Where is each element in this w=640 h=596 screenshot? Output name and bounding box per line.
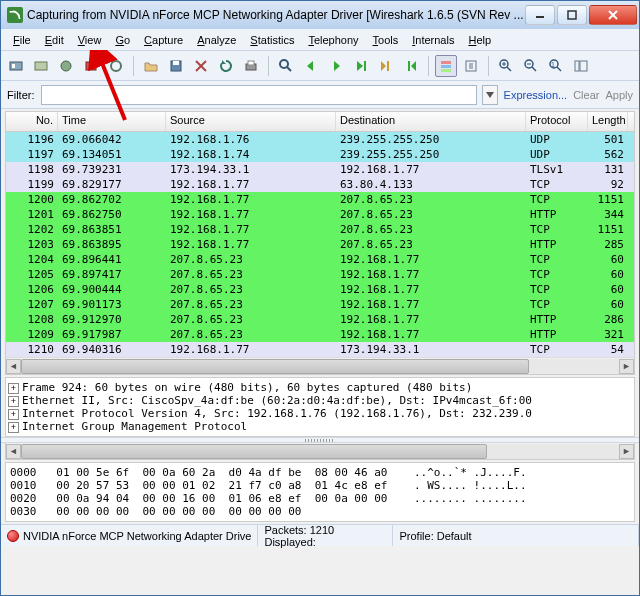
svg-line-28 <box>532 67 536 71</box>
print-icon[interactable] <box>240 55 262 77</box>
table-row[interactable]: 120269.863851192.168.1.77207.8.65.23TCP1… <box>6 222 634 237</box>
go-back-icon[interactable] <box>300 55 322 77</box>
svg-line-24 <box>507 67 511 71</box>
status-profile: Profile: Default <box>399 530 471 542</box>
svg-rect-21 <box>441 69 451 72</box>
menu-internals[interactable]: Internals <box>406 32 460 48</box>
details-hscroll[interactable]: ◄ ► <box>5 443 635 460</box>
stop-capture-icon[interactable] <box>80 55 102 77</box>
go-forward-icon[interactable] <box>325 55 347 77</box>
menu-view[interactable]: View <box>72 32 108 48</box>
menu-analyze[interactable]: Analyze <box>191 32 242 48</box>
table-row[interactable]: 120369.863895192.168.1.77207.8.65.23HTTP… <box>6 237 634 252</box>
app-icon <box>7 7 23 23</box>
menu-statistics[interactable]: Statistics <box>244 32 300 48</box>
col-destination[interactable]: Destination <box>336 112 526 131</box>
expand-icon[interactable]: + <box>8 422 19 433</box>
table-row[interactable]: 120969.917987207.8.65.23192.168.1.77HTTP… <box>6 327 634 342</box>
restart-capture-icon[interactable] <box>105 55 127 77</box>
open-file-icon[interactable] <box>140 55 162 77</box>
menu-go[interactable]: Go <box>109 32 136 48</box>
zoom-reset-icon[interactable]: 1 <box>545 55 567 77</box>
svg-rect-5 <box>12 64 15 68</box>
table-row[interactable]: 120869.912970207.8.65.23192.168.1.77HTTP… <box>6 312 634 327</box>
capture-indicator-icon[interactable] <box>7 530 19 542</box>
packet-list-header[interactable]: No. Time Source Destination Protocol Len… <box>6 112 634 132</box>
expand-icon[interactable]: + <box>8 409 19 420</box>
reload-icon[interactable] <box>215 55 237 77</box>
col-length[interactable]: Length <box>588 112 628 131</box>
options-icon[interactable] <box>30 55 52 77</box>
close-button[interactable] <box>589 5 637 25</box>
col-no[interactable]: No. <box>6 112 58 131</box>
svg-rect-6 <box>35 62 47 70</box>
menu-telephony[interactable]: Telephony <box>302 32 364 48</box>
start-capture-icon[interactable] <box>55 55 77 77</box>
detail-line[interactable]: +Internet Group Management Protocol <box>8 420 632 433</box>
menu-file[interactable]: File <box>7 32 37 48</box>
table-row[interactable]: 119669.066042192.168.1.76239.255.255.250… <box>6 132 634 147</box>
table-row[interactable]: 120169.862750192.168.1.77207.8.65.23HTTP… <box>6 207 634 222</box>
go-first-icon[interactable] <box>375 55 397 77</box>
colorize-icon[interactable] <box>435 55 457 77</box>
svg-line-31 <box>557 67 561 71</box>
svg-text:1: 1 <box>551 61 555 68</box>
table-row[interactable]: 120669.900444207.8.65.23192.168.1.77TCP6… <box>6 282 634 297</box>
table-row[interactable]: 121069.940316192.168.1.77173.194.33.1TCP… <box>6 342 634 357</box>
packet-details[interactable]: +Frame 924: 60 bytes on wire (480 bits),… <box>5 377 635 437</box>
zoom-out-icon[interactable] <box>520 55 542 77</box>
table-row[interactable]: 119769.134051192.168.1.74239.255.255.250… <box>6 147 634 162</box>
close-file-icon[interactable] <box>190 55 212 77</box>
svg-rect-18 <box>364 61 366 71</box>
maximize-button[interactable] <box>557 5 587 25</box>
detail-line[interactable]: +Internet Protocol Version 4, Src: 192.1… <box>8 407 632 420</box>
table-row[interactable]: 120569.897417207.8.65.23192.168.1.77TCP6… <box>6 267 634 282</box>
auto-scroll-icon[interactable] <box>460 55 482 77</box>
go-to-next-icon[interactable] <box>350 55 372 77</box>
svg-line-17 <box>287 67 291 71</box>
svg-point-7 <box>61 61 71 71</box>
filter-input[interactable] <box>41 85 477 105</box>
save-file-icon[interactable] <box>165 55 187 77</box>
packet-list-hscroll[interactable]: ◄ ► <box>6 357 634 374</box>
status-packets: Packets: 1210 Displayed: <box>264 524 386 548</box>
minimize-button[interactable] <box>525 5 555 25</box>
menu-edit[interactable]: Edit <box>39 32 70 48</box>
expand-icon[interactable]: + <box>8 396 19 407</box>
col-source[interactable]: Source <box>166 112 336 131</box>
resize-columns-icon[interactable] <box>570 55 592 77</box>
table-row[interactable]: 120769.901173207.8.65.23192.168.1.77TCP6… <box>6 297 634 312</box>
detail-line[interactable]: +Frame 924: 60 bytes on wire (480 bits),… <box>8 381 632 394</box>
col-protocol[interactable]: Protocol <box>526 112 588 131</box>
filterbar: Filter: Expression... Clear Apply <box>1 81 639 109</box>
table-row[interactable]: 120469.896441207.8.65.23192.168.1.77TCP6… <box>6 252 634 267</box>
hex-dump[interactable]: 0000 01 00 5e 6f 00 0a 60 2a d0 4a df be… <box>5 462 635 522</box>
table-row[interactable]: 120069.862702192.168.1.77207.8.65.23TCP1… <box>6 192 634 207</box>
col-time[interactable]: Time <box>58 112 166 131</box>
svg-point-16 <box>280 60 288 68</box>
apply-link[interactable]: Apply <box>605 89 633 101</box>
packet-list-body[interactable]: 119669.066042192.168.1.76239.255.255.250… <box>6 132 634 357</box>
table-row[interactable]: 119969.829177192.168.1.7763.80.4.133TCP9… <box>6 177 634 192</box>
find-icon[interactable] <box>275 55 297 77</box>
svg-rect-15 <box>248 61 254 65</box>
interfaces-icon[interactable] <box>5 55 27 77</box>
status-interface: NVIDIA nForce MCP Networking Adapter Dri… <box>23 530 251 542</box>
go-last-icon[interactable] <box>400 55 422 77</box>
detail-line[interactable]: +Ethernet II, Src: CiscoSpv_4a:df:be (60… <box>8 394 632 407</box>
menu-capture[interactable]: Capture <box>138 32 189 48</box>
expand-icon[interactable]: + <box>8 383 19 394</box>
svg-rect-33 <box>575 61 579 71</box>
titlebar: Capturing from NVIDIA nForce MCP Network… <box>1 1 639 29</box>
clear-link[interactable]: Clear <box>573 89 599 101</box>
zoom-in-icon[interactable] <box>495 55 517 77</box>
menu-help[interactable]: Help <box>462 32 497 48</box>
svg-rect-34 <box>580 61 587 71</box>
packet-list: No. Time Source Destination Protocol Len… <box>5 111 635 375</box>
filter-dropdown-button[interactable] <box>482 85 498 105</box>
menu-tools[interactable]: Tools <box>367 32 405 48</box>
expression-link[interactable]: Expression... <box>504 89 568 101</box>
svg-rect-19 <box>441 61 451 64</box>
table-row[interactable]: 119869.739231173.194.33.1192.168.1.77TLS… <box>6 162 634 177</box>
svg-rect-11 <box>173 61 179 65</box>
